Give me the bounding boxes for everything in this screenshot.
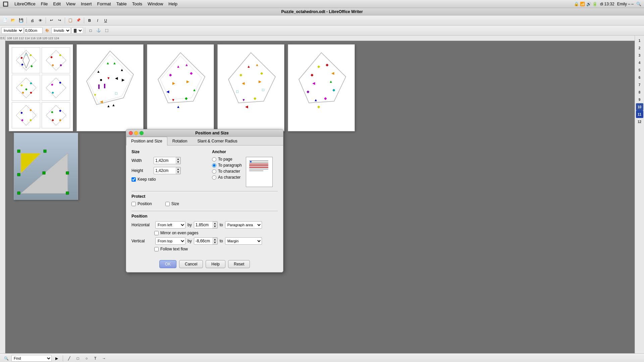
paste-btn[interactable]: 📌: [75, 17, 82, 24]
anchor-to-page-item[interactable]: To page: [212, 157, 242, 162]
dialog-tabs: Position and Size Rotation Slant & Corne…: [126, 137, 283, 145]
line-color-btn[interactable]: 🎨: [43, 27, 51, 34]
tb-draw-arrow[interactable]: →: [100, 355, 108, 362]
svg-text:◆: ◆: [311, 73, 314, 77]
anchor-to-paragraph-radio[interactable]: [212, 163, 216, 168]
redo-btn[interactable]: ↪: [56, 17, 63, 24]
vertical-by-input[interactable]: [194, 238, 213, 244]
new-btn[interactable]: 📄: [1, 17, 9, 24]
fill-color-select[interactable]: ▓: [71, 27, 83, 34]
protect-position-checkbox[interactable]: [131, 202, 136, 206]
tb-draw-ellipse[interactable]: ○: [83, 355, 90, 362]
tb-draw-rect[interactable]: □: [74, 355, 82, 362]
dialog-close-btn[interactable]: [129, 131, 133, 135]
anchor-btn[interactable]: ⚓: [95, 27, 102, 34]
save-btn[interactable]: 💾: [17, 17, 25, 24]
anchor-to-character-item[interactable]: To character: [212, 169, 242, 174]
anchor-as-character-item[interactable]: As character: [212, 175, 242, 180]
menu-view[interactable]: View: [63, 1, 78, 7]
follow-text-checkbox[interactable]: [154, 247, 159, 251]
tab-slant[interactable]: Slant & Corner Radius: [192, 137, 242, 145]
horizontal-by-input[interactable]: [194, 222, 213, 228]
page-num-10[interactable]: 10: [636, 103, 643, 111]
fill-style-select[interactable]: Invisib: [51, 27, 71, 34]
shadow-btn[interactable]: □: [87, 27, 94, 34]
anchor-as-character-radio[interactable]: [212, 175, 216, 180]
bold-btn[interactable]: B: [86, 17, 93, 24]
help-button[interactable]: Help: [206, 260, 225, 268]
hby-down[interactable]: ▼: [213, 225, 217, 228]
tb-draw-text[interactable]: T: [92, 355, 99, 362]
line-style-select[interactable]: Invisible: [1, 27, 23, 34]
svg-text:◆: ◆: [31, 64, 33, 68]
anchor-to-page-radio[interactable]: [212, 157, 216, 162]
print-btn[interactable]: 🖨: [29, 17, 36, 24]
toolbar-main: 📄 📂 💾 🖨 👁 ↩ ↪ 📋 📌 B I U: [0, 15, 644, 25]
find-input[interactable]: Find: [11, 355, 52, 362]
tab-position-size[interactable]: Position and Size: [126, 137, 167, 145]
page-num-11[interactable]: 11: [636, 111, 643, 118]
height-input[interactable]: 1,42cm: [154, 168, 176, 174]
mirror-checkbox[interactable]: [154, 231, 159, 235]
main-area: 20 22 24 26 28 108 110 112 114 116 118 1…: [0, 36, 644, 353]
svg-text:◆: ◆: [59, 81, 61, 84]
ok-button[interactable]: OK: [159, 260, 176, 268]
hby-up[interactable]: ▲: [213, 222, 217, 225]
vertical-to-select[interactable]: Margin Paragraph area Page: [225, 237, 262, 245]
tb-find[interactable]: 🔍: [3, 355, 10, 362]
menu-format[interactable]: Format: [94, 1, 113, 7]
width-down[interactable]: ▼: [176, 161, 180, 164]
page-num-3[interactable]: 3: [636, 52, 643, 59]
copy-btn[interactable]: 📋: [67, 17, 74, 24]
line-width-input[interactable]: [24, 27, 43, 34]
reset-button[interactable]: Reset: [228, 260, 250, 268]
protect-size-checkbox[interactable]: [165, 202, 170, 206]
page-num-4[interactable]: 4: [636, 59, 643, 66]
keep-ratio-checkbox[interactable]: [131, 177, 136, 182]
undo-btn[interactable]: ↩: [48, 17, 55, 24]
anchor-to-character-radio[interactable]: [212, 169, 216, 174]
anchor-to-paragraph-item[interactable]: To paragraph: [212, 163, 242, 168]
width-up[interactable]: ▲: [176, 157, 180, 161]
underline-btn[interactable]: U: [102, 17, 109, 24]
height-up[interactable]: ▲: [176, 167, 180, 171]
horizontal-by-input-group: ▲ ▼: [194, 221, 218, 229]
page-num-9[interactable]: 9: [636, 96, 643, 103]
dialog-max-btn[interactable]: [140, 131, 144, 135]
page-num-1[interactable]: 1: [636, 37, 643, 44]
page-num-2[interactable]: 2: [636, 44, 643, 52]
preview-line-3: [249, 169, 268, 170]
horizontal-to-select[interactable]: Paragraph area Margin Page: [225, 221, 262, 229]
position-size-dialog: Position and Size Position and Size Rota…: [126, 129, 283, 273]
width-input[interactable]: 1,42cm: [154, 158, 176, 164]
menu-table[interactable]: Table: [114, 1, 129, 7]
height-down[interactable]: ▼: [176, 171, 180, 174]
page-num-6[interactable]: 6: [636, 74, 643, 81]
tab-rotation[interactable]: Rotation: [167, 137, 193, 145]
vby-down[interactable]: ▼: [213, 241, 217, 244]
page-num-8[interactable]: 8: [636, 88, 643, 96]
search-icon[interactable]: 🔍: [636, 2, 641, 6]
preview-btn[interactable]: 👁: [37, 17, 44, 24]
tb-draw-line[interactable]: ╱: [65, 355, 73, 362]
menu-window[interactable]: Window: [145, 1, 166, 7]
tb-find-go[interactable]: ▶: [53, 355, 60, 362]
menu-file[interactable]: File: [38, 1, 51, 7]
vertical-from-select[interactable]: From top From bottom: [155, 237, 185, 245]
open-btn[interactable]: 📂: [9, 17, 17, 24]
vby-up[interactable]: ▲: [213, 238, 217, 241]
italic-btn[interactable]: I: [94, 17, 101, 24]
menu-libreoffice[interactable]: LibreOffice: [12, 1, 38, 7]
menu-insert[interactable]: Insert: [78, 1, 95, 7]
menu-help[interactable]: Help: [166, 1, 180, 7]
dialog-min-btn[interactable]: [134, 131, 138, 135]
page-num-7[interactable]: 7: [636, 81, 643, 88]
wrap-btn[interactable]: ⬚: [103, 27, 110, 34]
page-num-5[interactable]: 5: [636, 66, 643, 74]
cancel-button[interactable]: Cancel: [179, 260, 203, 268]
menu-tools[interactable]: Tools: [129, 1, 145, 7]
anchor-preview: [246, 157, 273, 187]
page-num-12[interactable]: 12: [636, 118, 643, 125]
horizontal-from-select[interactable]: From left From right From inside: [155, 221, 185, 229]
menu-edit[interactable]: Edit: [51, 1, 63, 7]
